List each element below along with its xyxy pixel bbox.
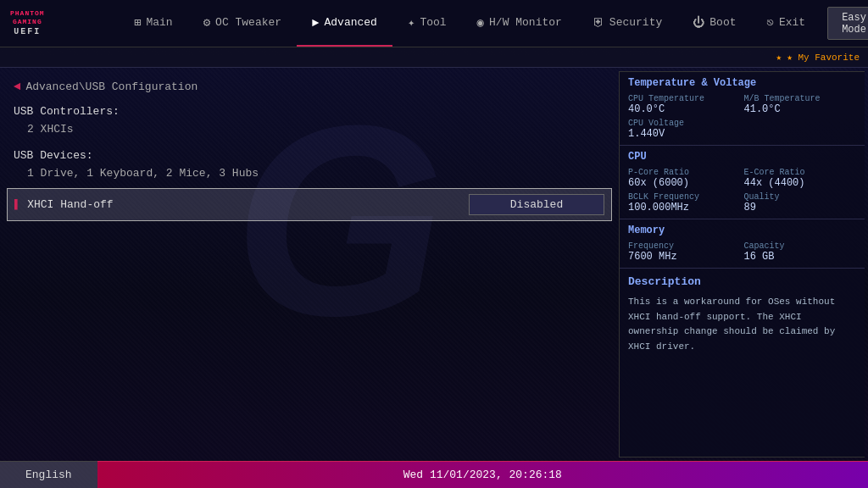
xhci-handoff-label: XHCI Hand-off: [27, 198, 469, 211]
oc-icon: ⚙: [203, 15, 210, 30]
main-icon: ⊞: [134, 15, 141, 30]
temp-voltage-title: Temperature & Voltage: [628, 77, 856, 89]
mb-temp-item: M/B Temperature 41.0°C: [744, 94, 857, 115]
star-icon: ★: [776, 52, 782, 63]
capacity-item: Capacity 16 GB: [744, 241, 857, 263]
boot-icon: ⏻: [693, 16, 704, 30]
freq-label: Frequency: [628, 241, 741, 251]
freq-item: Frequency 7600 MHz: [628, 241, 741, 263]
left-panel: ◄ Advanced\USB Configuration USB Control…: [0, 68, 619, 461]
favorite-bar: ★ ★ My Favorite: [0, 47, 868, 68]
bclk-value: 100.000MHz: [628, 202, 741, 214]
description-title: Description: [628, 275, 856, 288]
usb-controllers-value: 2 XHCIs: [0, 121, 619, 142]
exit-icon: ⎋: [767, 15, 774, 30]
right-panel: Temperature & Voltage CPU Temperature 40…: [619, 71, 865, 458]
language-selector[interactable]: English: [0, 461, 97, 488]
cap-value: 16 GB: [744, 251, 857, 263]
temp-voltage-grid: CPU Temperature 40.0°C M/B Temperature 4…: [628, 94, 856, 140]
mb-temp-value: 41.0°C: [744, 103, 857, 115]
cpu-temp-value: 40.0°C: [628, 103, 741, 115]
cpu-section: CPU P-Core Ratio 60x (6000) E-Core Ratio…: [620, 146, 865, 219]
cpu-temp-item: CPU Temperature 40.0°C: [628, 94, 741, 115]
bottom-bar: English Wed 11/01/2023, 20:26:18: [0, 461, 868, 488]
breadcrumb: ◄ Advanced\USB Configuration: [0, 75, 619, 98]
brand-logo: PHANTOM GAMING UEFI: [10, 9, 45, 36]
quality-item: Quality 89: [744, 192, 857, 214]
usb-controllers-label: USB Controllers:: [0, 98, 619, 121]
cpu-title: CPU: [628, 151, 856, 163]
quality-label: Quality: [744, 192, 857, 202]
cpu-volt-value: 1.440V: [628, 128, 741, 140]
freq-value: 7600 MHz: [628, 251, 741, 263]
row-indicator: ▌: [14, 199, 20, 211]
tab-hw-monitor[interactable]: ◉ H/W Monitor: [462, 0, 577, 47]
usb-devices-label: USB Devices:: [0, 142, 619, 165]
description-section: Description This is a workaround for OSe…: [620, 269, 865, 457]
cpu-volt-label: CPU Voltage: [628, 119, 741, 128]
pcore-item: P-Core Ratio 60x (6000): [628, 168, 741, 189]
cpu-volt-item: CPU Voltage 1.440V: [628, 119, 741, 140]
memory-title: Memory: [628, 225, 856, 236]
bclk-item: BCLK Frequency 100.000MHz: [628, 192, 741, 214]
temp-voltage-section: Temperature & Voltage CPU Temperature 40…: [620, 72, 865, 146]
advanced-icon: ►: [312, 16, 319, 30]
quality-value: 89: [744, 202, 857, 214]
cpu-grid: P-Core Ratio 60x (6000) E-Core Ratio 44x…: [628, 168, 856, 214]
ecore-label: E-Core Ratio: [744, 168, 857, 177]
pcore-value: 60x (6000): [628, 177, 741, 189]
top-navigation-bar: PHANTOM GAMING UEFI ⊞ Main ⚙ OC Tweaker …: [0, 0, 868, 47]
pcore-label: P-Core Ratio: [628, 168, 741, 177]
memory-grid: Frequency 7600 MHz Capacity 16 GB: [628, 241, 856, 263]
ecore-item: E-Core Ratio 44x (4400): [744, 168, 857, 189]
my-favorite-button[interactable]: ★ ★ My Favorite: [776, 52, 860, 63]
nav-tabs: ⊞ Main ⚙ OC Tweaker ► Advanced ✦ Tool ◉ …: [119, 0, 821, 47]
description-text: This is a workaround for OSes without XH…: [628, 295, 856, 354]
tab-advanced[interactable]: ► Advanced: [297, 0, 392, 47]
memory-section: Memory Frequency 7600 MHz Capacity 16 GB: [620, 219, 865, 269]
back-arrow-icon[interactable]: ◄: [14, 80, 20, 93]
security-icon: ⛨: [593, 16, 604, 30]
hw-icon: ◉: [477, 15, 484, 30]
tab-oc-tweaker[interactable]: ⚙ OC Tweaker: [188, 0, 297, 47]
xhci-handoff-row[interactable]: ▌ XHCI Hand-off Disabled: [7, 188, 612, 221]
tab-security[interactable]: ⛨ Security: [577, 0, 677, 47]
tab-boot[interactable]: ⏻ Boot: [677, 0, 751, 47]
main-content-area: ◄ Advanced\USB Configuration USB Control…: [0, 68, 868, 461]
tab-exit[interactable]: ⎋ Exit: [752, 0, 821, 47]
ecore-value: 44x (4400): [744, 177, 857, 189]
tool-icon: ✦: [408, 15, 415, 30]
datetime-display: Wed 11/01/2023, 20:26:18: [97, 461, 868, 488]
mb-temp-label: M/B Temperature: [744, 94, 857, 103]
xhci-handoff-value[interactable]: Disabled: [469, 194, 604, 215]
cpu-temp-label: CPU Temperature: [628, 94, 741, 103]
tab-tool[interactable]: ✦ Tool: [392, 0, 462, 47]
bclk-label: BCLK Frequency: [628, 192, 741, 202]
tab-main[interactable]: ⊞ Main: [119, 0, 188, 47]
cap-label: Capacity: [744, 241, 857, 251]
easy-mode-button[interactable]: Easy Mode(F6): [827, 7, 868, 40]
logo-area: PHANTOM GAMING UEFI: [0, 0, 119, 47]
usb-devices-value: 1 Drive, 1 Keyboard, 2 Mice, 3 Hubs: [0, 165, 619, 186]
